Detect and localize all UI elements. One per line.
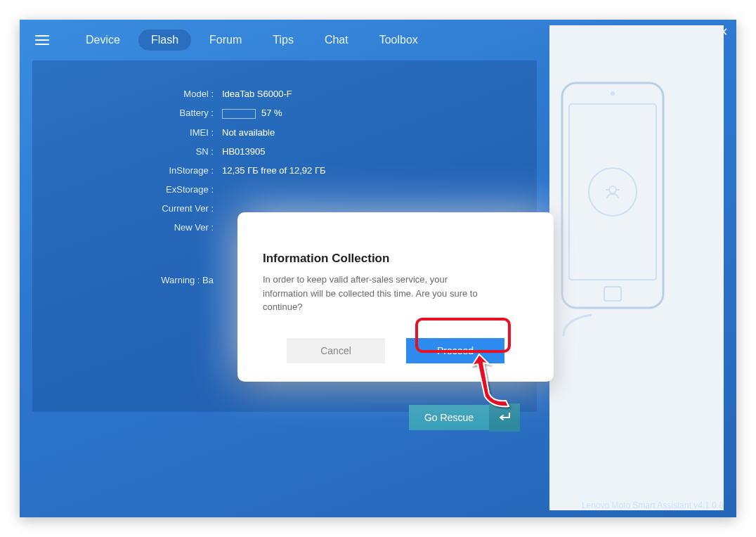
value-instorage: 12,35 ГБ free of 12,92 ГБ [222,165,326,176]
svg-rect-2 [562,83,663,308]
label-warning: Warning : Ba [53,275,222,285]
label-exstorage: ExStorage : [53,184,222,195]
cancel-button[interactable]: Cancel [287,338,385,363]
label-newver: New Ver : [53,222,222,233]
info-collection-dialog: Information Collection In order to keep … [237,212,554,382]
value-model: IdeaTab S6000-F [222,89,292,99]
label-currentver: Current Ver : [53,203,222,214]
value-imei: Not available [222,127,275,138]
phone-outline-icon [549,76,676,343]
nav-flash[interactable]: Flash [138,30,191,51]
menu-icon[interactable] [35,35,49,45]
nav-tips[interactable]: Tips [260,30,306,51]
side-panel [549,25,724,510]
dialog-body: In order to keep valid after-sales servi… [263,273,481,314]
nav-chat[interactable]: Chat [312,30,361,51]
app-window: — ✕ Device Flash Forum Tips Chat Toolbox… [20,20,736,517]
rescue-arrow-button[interactable] [489,403,520,432]
footer-version: Lenovo Moto Smart Assistant v4.1.0.8 [582,500,724,510]
value-sn: HB013905 [222,146,265,157]
label-sn: SN : [53,146,222,157]
svg-point-7 [609,186,616,193]
nav-tabs: Device Flash Forum Tips Chat Toolbox [73,30,431,51]
dialog-title: Information Collection [263,252,528,266]
nav-forum[interactable]: Forum [197,30,254,51]
svg-rect-3 [569,104,656,280]
svg-rect-5 [604,287,621,301]
enter-arrow-icon [497,412,512,423]
label-model: Model : [53,89,222,99]
go-rescue-button[interactable]: Go Rescue [409,405,489,430]
proceed-button[interactable]: Proceed [406,338,504,363]
label-imei: IMEI : [53,127,222,138]
svg-point-6 [589,168,637,216]
nav-device[interactable]: Device [73,30,133,51]
label-instorage: InStorage : [53,165,222,176]
label-battery: Battery : [53,108,222,118]
value-battery: 57 % [222,108,282,119]
svg-point-4 [611,91,615,96]
nav-toolbox[interactable]: Toolbox [367,30,431,51]
